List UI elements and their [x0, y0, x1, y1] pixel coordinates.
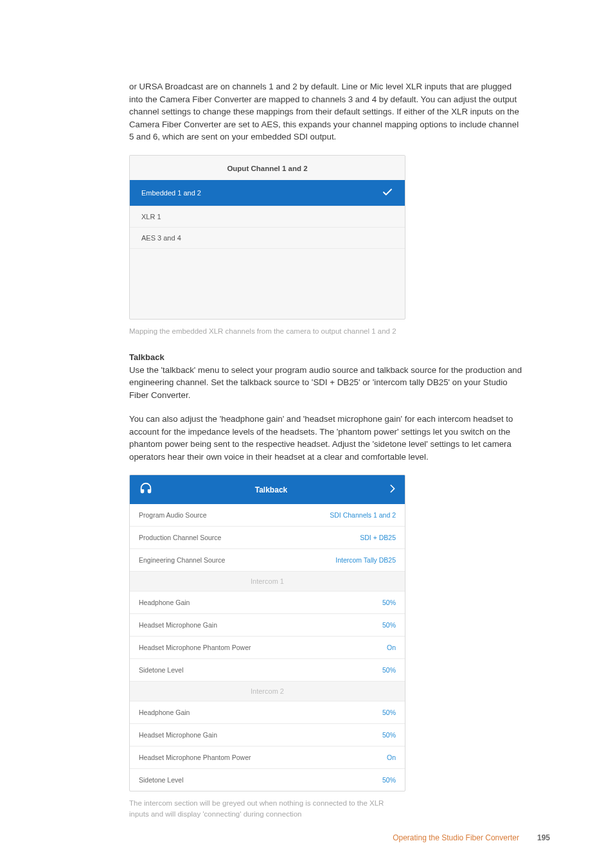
talkback-row-engineering[interactable]: Engineering Channel Source Intercom Tall… — [130, 549, 405, 572]
row-value: 50% — [382, 666, 396, 674]
talkback-row-production[interactable]: Production Channel Source SDI + DB25 — [130, 527, 405, 549]
row-label: Headset Microphone Gain — [139, 731, 217, 739]
panel-row-label: Embedded 1 and 2 — [141, 189, 201, 197]
intercom1-headphone-gain[interactable]: Headphone Gain 50% — [130, 592, 405, 614]
row-label: Program Audio Source — [139, 511, 207, 519]
row-value: 50% — [382, 731, 396, 739]
row-label: Production Channel Source — [139, 534, 221, 541]
body-paragraph-3: You can also adjust the 'headphone gain'… — [129, 413, 523, 463]
intercom2-phantom-power[interactable]: Headset Microphone Phantom Power On — [130, 746, 405, 769]
talkback-row-program-audio[interactable]: Program Audio Source SDI Channels 1 and … — [130, 504, 405, 527]
row-label: Headset Microphone Gain — [139, 621, 217, 629]
row-label: Sidetone Level — [139, 666, 183, 674]
intercom1-phantom-power[interactable]: Headset Microphone Phantom Power On — [130, 637, 405, 659]
panel-row-aes[interactable]: AES 3 and 4 — [130, 227, 405, 248]
talkback-panel: Talkback Program Audio Source SDI Channe… — [129, 475, 405, 791]
row-value: 50% — [382, 621, 396, 629]
check-icon — [382, 186, 393, 199]
row-value: 50% — [382, 709, 396, 716]
row-value: SDI Channels 1 and 2 — [330, 511, 396, 519]
headphones-icon — [139, 482, 153, 498]
panel-spacer — [130, 248, 405, 319]
row-value: 50% — [382, 776, 396, 784]
intercom-1-subheader: Intercom 1 — [130, 572, 405, 592]
panel-row-xlr1[interactable]: XLR 1 — [130, 206, 405, 227]
intercom2-sidetone[interactable]: Sidetone Level 50% — [130, 769, 405, 791]
row-value: 50% — [382, 599, 396, 606]
panel-header: Ouput Channel 1 and 2 — [130, 156, 405, 180]
row-value: On — [387, 754, 396, 761]
talkback-title: Talkback — [153, 485, 389, 494]
talkback-heading: Talkback — [129, 352, 523, 362]
caption-1: Mapping the embedded XLR channels from t… — [129, 326, 523, 336]
panel-row-label: AES 3 and 4 — [141, 234, 181, 242]
intercom-2-subheader: Intercom 2 — [130, 682, 405, 701]
body-paragraph-1: or URSA Broadcast are on channels 1 and … — [129, 80, 523, 143]
chevron-right-icon[interactable] — [389, 484, 396, 495]
page-footer: Operating the Studio Fiber Converter 195 — [393, 833, 550, 842]
row-label: Headset Microphone Phantom Power — [139, 644, 251, 651]
row-label: Headset Microphone Phantom Power — [139, 754, 251, 761]
row-value: SDI + DB25 — [360, 534, 396, 541]
body-paragraph-2: Use the 'talkback' menu to select your p… — [129, 364, 523, 402]
output-channel-panel: Ouput Channel 1 and 2 Embedded 1 and 2 X… — [129, 155, 405, 320]
intercom1-sidetone[interactable]: Sidetone Level 50% — [130, 659, 405, 682]
row-value: Intercom Tally DB25 — [335, 556, 396, 564]
panel-row-label: XLR 1 — [141, 213, 161, 221]
talkback-header: Talkback — [130, 475, 405, 504]
panel-row-embedded[interactable]: Embedded 1 and 2 — [130, 180, 405, 206]
row-label: Headphone Gain — [139, 709, 190, 716]
intercom2-headphone-gain[interactable]: Headphone Gain 50% — [130, 701, 405, 724]
row-label: Engineering Channel Source — [139, 556, 225, 564]
caption-2: The intercom section will be greyed out … — [129, 798, 405, 818]
footer-section-title: Operating the Studio Fiber Converter — [393, 833, 519, 842]
intercom2-mic-gain[interactable]: Headset Microphone Gain 50% — [130, 724, 405, 746]
row-value: On — [387, 644, 396, 651]
row-label: Headphone Gain — [139, 599, 190, 606]
footer-page-number: 195 — [537, 833, 550, 842]
row-label: Sidetone Level — [139, 776, 183, 784]
intercom1-mic-gain[interactable]: Headset Microphone Gain 50% — [130, 614, 405, 637]
